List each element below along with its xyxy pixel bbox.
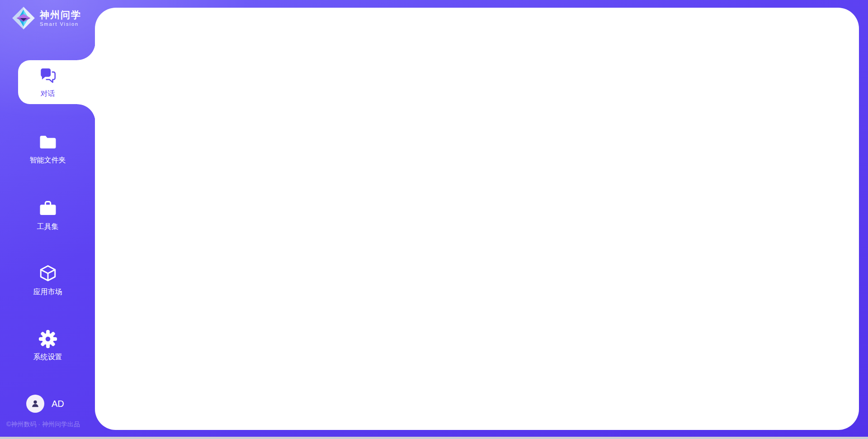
avatar (26, 395, 44, 413)
brand-name: 神州问学 (40, 10, 81, 20)
brand-subtitle: Smart Vision (40, 21, 81, 27)
sidebar-item-chat[interactable]: 对话 (0, 66, 95, 99)
folder-icon (38, 133, 57, 152)
app-logo: 神州问学 Smart Vision (12, 6, 81, 30)
chat-bubbles-icon (38, 66, 57, 85)
sidebar-item-settings[interactable]: 系统设置 (0, 329, 95, 362)
gear-icon (38, 329, 57, 348)
person-icon (30, 399, 40, 409)
tab-scoop-top (77, 42, 95, 60)
sidebar-item-label: 对话 (0, 89, 95, 99)
sidebar-item-app-market[interactable]: 应用市场 (0, 264, 95, 297)
sidebar-item-toolset[interactable]: 工具集 (0, 199, 95, 232)
copyright-note: ©神州数码 · 神州问学出品 (6, 420, 80, 429)
user-account[interactable]: AD (26, 395, 64, 413)
sidebar-item-label: 系统设置 (0, 353, 95, 362)
sidebar-item-smart-folder[interactable]: 智能文件夹 (0, 133, 95, 165)
sidebar-item-label: 应用市场 (0, 287, 95, 297)
sidebar-item-label: 智能文件夹 (0, 156, 95, 165)
sidebar-item-label: 工具集 (0, 222, 95, 232)
cube-icon (38, 264, 57, 283)
tab-scoop-bottom (77, 104, 95, 122)
main-panel (95, 8, 859, 430)
user-initials: AD (52, 399, 64, 409)
brand-diamond-icon (12, 6, 35, 30)
window-bottom-edge (0, 437, 868, 439)
toolbox-icon (38, 199, 57, 218)
